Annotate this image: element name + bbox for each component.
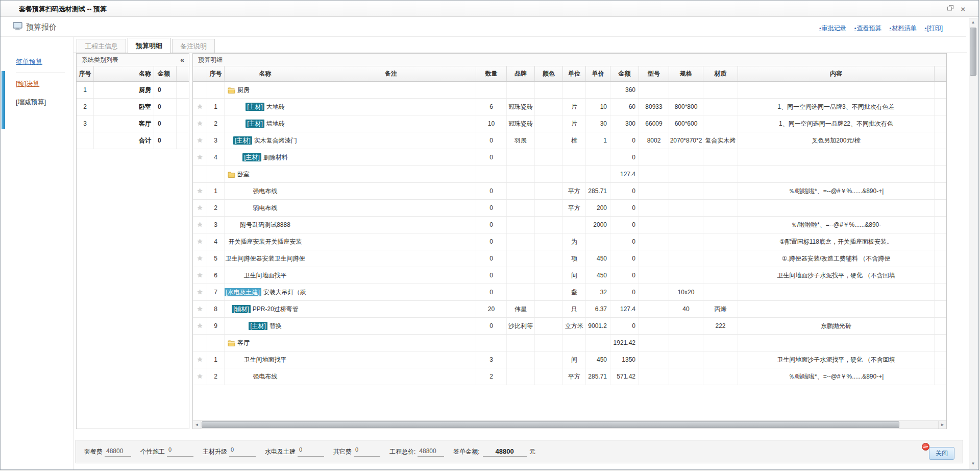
favorite-star-icon[interactable]: ★ bbox=[197, 204, 203, 211]
close-window-icon[interactable]: × bbox=[961, 6, 965, 12]
scroll-up-icon[interactable]: ▲ bbox=[969, 18, 977, 27]
detail-cell-filler bbox=[935, 250, 946, 267]
footer-field-value[interactable]: 0 bbox=[167, 447, 193, 457]
table-row[interactable]: 卧室127.4 bbox=[193, 166, 946, 183]
detail-cell-material bbox=[703, 368, 738, 385]
category-row[interactable]: 合计0 bbox=[77, 132, 189, 149]
detail-cell-content bbox=[738, 166, 935, 182]
detail-column-header[interactable]: 单位 bbox=[563, 66, 586, 81]
detail-name-label: 强电布线 bbox=[253, 183, 278, 199]
favorite-star-icon[interactable]: ★ bbox=[197, 271, 203, 279]
detail-cell-model bbox=[639, 301, 669, 317]
table-row[interactable]: ★3[主材]实木复合烤漆门0羽展樘1080022070*870*2复合实木烤叉色… bbox=[193, 132, 946, 149]
category-cell-name: 卧室 bbox=[94, 99, 154, 115]
favorite-star-icon[interactable]: ★ bbox=[197, 153, 203, 161]
favorite-star-icon[interactable]: ★ bbox=[197, 288, 203, 296]
table-row[interactable]: ★4开关插座安装开关插座安装0为0①配置国标118底盒，开关插座面板安装。 bbox=[193, 233, 946, 250]
table-row[interactable]: ★2强电布线2平方285.71571.42％/啦啦啦*、=--@#￥%.....… bbox=[193, 368, 946, 385]
tab-budget-detail[interactable]: 预算明细 bbox=[128, 38, 170, 53]
detail-cell-qty: 0 bbox=[476, 183, 507, 199]
tab-remarks[interactable]: 备注说明 bbox=[172, 39, 215, 53]
detail-column-header[interactable]: 型号 bbox=[639, 66, 669, 81]
category-cell-seq: 1 bbox=[77, 82, 94, 98]
detail-column-header[interactable] bbox=[193, 66, 207, 81]
favorite-star-icon[interactable]: ★ bbox=[197, 221, 203, 228]
restore-window-icon[interactable] bbox=[947, 5, 953, 12]
detail-cell-color bbox=[535, 200, 563, 216]
collapse-panel-button[interactable]: « bbox=[180, 54, 184, 66]
sign-amount-value[interactable]: 48800 bbox=[483, 447, 527, 457]
table-row[interactable]: ★3附号乱码测试8888020000％/啦啦啦*、=--@#￥%......&8… bbox=[193, 217, 946, 233]
table-row[interactable]: ★1卫生间地面找平3间4501350卫生间地面沙子水泥找平，硬化 （不含回填 bbox=[193, 351, 946, 368]
category-row[interactable]: 2卧室0 bbox=[77, 99, 189, 115]
category-column-header[interactable]: 序号 bbox=[77, 66, 94, 81]
close-button[interactable]: 关闭 bbox=[929, 447, 954, 460]
detail-column-header[interactable]: 规格 bbox=[669, 66, 703, 81]
tab-project-info[interactable]: 工程主信息 bbox=[77, 39, 126, 53]
link-view-budget[interactable]: •查看预算 bbox=[854, 24, 881, 33]
detail-column-header[interactable]: 备注 bbox=[306, 66, 476, 81]
detail-column-header[interactable]: 材质 bbox=[703, 66, 738, 81]
footer-field-value[interactable]: 0 bbox=[298, 447, 324, 457]
category-column-header[interactable]: 金额 bbox=[154, 66, 177, 81]
footer-field-label: 主材升级 bbox=[203, 448, 227, 456]
favorite-star-icon[interactable]: ★ bbox=[197, 103, 203, 110]
detail-column-header[interactable]: 内容 bbox=[738, 66, 935, 81]
detail-column-header[interactable]: 数量 bbox=[476, 66, 507, 81]
detail-column-header[interactable]: 品牌 bbox=[507, 66, 535, 81]
sidebar-item-adjust-budget[interactable]: [增减预算] bbox=[16, 93, 65, 111]
sidebar-item-settlement[interactable]: [预]决算 bbox=[16, 75, 65, 93]
table-row[interactable]: ★2[主材]墙地砖10冠珠瓷砖片3030066009600*6001、同一空间选… bbox=[193, 115, 946, 132]
detail-column-header[interactable]: 序号 bbox=[207, 66, 225, 81]
link-approval-records[interactable]: •审批记录 bbox=[819, 24, 846, 33]
table-row[interactable]: ★5卫生间蹲便器安装卫生间蹲便0项4500①.蹲便器安装/改造工费辅料 （不含蹲… bbox=[193, 250, 946, 267]
table-row[interactable]: ★1[主材]大地砖6冠珠瓷砖片106080933800*8001、同一空间选同一… bbox=[193, 99, 946, 115]
link-material-list[interactable]: •材料清单 bbox=[890, 24, 917, 33]
favorite-star-icon[interactable]: ★ bbox=[197, 136, 203, 144]
budget-detail-panel: 预算明细 序号名称备注数量品牌颜色单位单价金额型号规格材质内容 厨房360★1[… bbox=[192, 53, 947, 429]
favorite-star-icon[interactable]: ★ bbox=[197, 372, 203, 380]
footer-field-value[interactable]: 48800 bbox=[105, 447, 131, 457]
category-row[interactable]: 1厨房0 bbox=[77, 82, 189, 99]
favorite-star-icon[interactable]: ★ bbox=[197, 356, 203, 363]
detail-column-header[interactable]: 单价 bbox=[586, 66, 610, 81]
favorite-star-icon[interactable]: ★ bbox=[197, 322, 203, 329]
scroll-down-icon[interactable]: ▼ bbox=[969, 460, 977, 468]
detail-column-header[interactable]: 颜色 bbox=[535, 66, 563, 81]
detail-column-header[interactable]: 名称 bbox=[225, 66, 306, 81]
detail-column-header[interactable]: 金额 bbox=[610, 66, 639, 81]
horizontal-scrollbar[interactable]: ◄ ► bbox=[193, 420, 946, 429]
detail-seq: 3 bbox=[207, 217, 225, 233]
table-row[interactable]: ★4[主材]删除材料00 bbox=[193, 149, 946, 166]
footer-field-value[interactable]: 48800 bbox=[418, 447, 444, 457]
table-row[interactable]: ★7[水电及土建]安装大吊灯（跃0盏32010x20 bbox=[193, 284, 946, 301]
vertical-scroll-thumb[interactable] bbox=[970, 28, 976, 76]
category-column-header[interactable]: 名称 bbox=[94, 66, 154, 81]
favorite-star-icon[interactable]: ★ bbox=[197, 305, 203, 313]
favorite-star-icon[interactable]: ★ bbox=[197, 254, 203, 262]
table-row[interactable]: 厨房360 bbox=[193, 82, 946, 99]
table-row[interactable]: ★1强电布线0平方285.710％/啦啦啦*、=--@#￥%......&890… bbox=[193, 183, 946, 200]
category-row[interactable]: 3客厅0 bbox=[77, 115, 189, 132]
sidebar-item-sign-budget[interactable]: 签单预算 bbox=[16, 53, 65, 73]
docked-panel-strip[interactable] bbox=[2, 71, 5, 129]
table-row[interactable]: ★8[辅材]PPR-20过桥弯管20伟星只6.37127.440丙烯 bbox=[193, 301, 946, 318]
favorite-star-icon[interactable]: ★ bbox=[197, 120, 203, 127]
detail-cell-filler bbox=[935, 183, 946, 199]
table-row[interactable]: ★9[主材]替换0沙比利等立方米9001.20222东鹏抛光砖 bbox=[193, 318, 946, 335]
footer-field-value[interactable]: 0 bbox=[229, 447, 256, 457]
horizontal-scroll-thumb[interactable] bbox=[202, 421, 899, 428]
favorite-star-icon[interactable]: ★ bbox=[197, 238, 203, 245]
favorite-star-icon[interactable]: ★ bbox=[197, 187, 203, 195]
vertical-scrollbar[interactable]: ▲ ▼ bbox=[969, 18, 977, 468]
footer-field-value[interactable]: 0 bbox=[354, 447, 380, 457]
table-row[interactable]: 客厅1921.42 bbox=[193, 335, 946, 351]
table-row[interactable]: ★6卫生间地面找平0间4500卫生间地面沙子水泥找平，硬化 （不含回填 bbox=[193, 267, 946, 284]
scroll-left-icon[interactable]: ◄ bbox=[193, 421, 201, 429]
detail-cell-unit: 平方 bbox=[563, 183, 586, 199]
link-print[interactable]: •[打印] bbox=[924, 24, 943, 33]
detail-cell-price: 450 bbox=[586, 267, 610, 284]
scroll-right-icon[interactable]: ► bbox=[938, 421, 946, 429]
table-row[interactable]: ★2弱电布线0平方2000 bbox=[193, 200, 946, 217]
detail-cell-unit: 片 bbox=[563, 115, 586, 132]
